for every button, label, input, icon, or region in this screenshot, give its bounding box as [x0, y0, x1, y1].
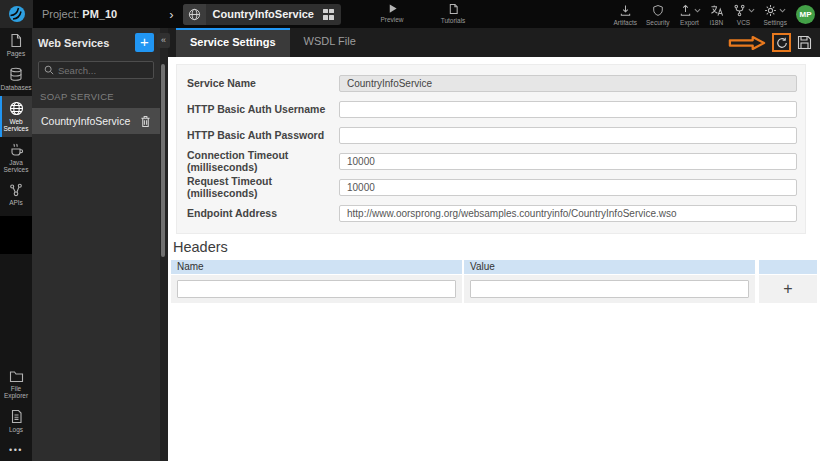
service-item-label: CountryInfoService [41, 115, 130, 127]
shield-icon [652, 4, 664, 17]
rail-item-web-services[interactable]: Web Services [0, 96, 32, 137]
chevron-down-icon [694, 8, 701, 13]
tab-bar: Service Settings WSDL File [168, 28, 820, 57]
form-row: HTTP Basic Auth Password [177, 122, 805, 148]
basic-auth-username-label: HTTP Basic Auth Username [177, 103, 339, 115]
service-name-label: Service Name [177, 77, 339, 89]
column-header-value: Value [464, 260, 755, 274]
endpoint-address-label: Endpoint Address [177, 207, 339, 219]
globe-icon [183, 4, 206, 25]
rail-bottom-group: File Explorer Logs ••• [0, 365, 32, 460]
coffee-cup-icon [9, 142, 24, 157]
active-service-name: CountryInfoService [213, 8, 314, 20]
play-icon [387, 3, 398, 14]
rail-item-apis[interactable]: APIs [0, 178, 32, 211]
vertical-scrollbar[interactable] [161, 64, 165, 257]
page-icon [9, 33, 23, 48]
gear-icon [764, 4, 777, 17]
branch-icon [733, 4, 746, 17]
form-row: Request Timeout (milliseconds) [177, 174, 805, 200]
basic-auth-password-label: HTTP Basic Auth Password [177, 129, 339, 141]
soap-service-section-title: SOAP SERVICE [40, 91, 152, 102]
add-header-row-button[interactable]: + [759, 275, 817, 303]
basic-auth-password-input[interactable] [339, 127, 797, 144]
basic-auth-username-input[interactable] [339, 101, 797, 118]
project-breadcrumb: Project:PM_10 [42, 8, 117, 20]
export-button[interactable]: Export [679, 3, 701, 26]
panel-header: Web Services + [32, 28, 160, 57]
chevron-down-icon [748, 8, 755, 13]
reload-icon [776, 37, 788, 49]
endpoint-address-input[interactable] [339, 205, 797, 222]
form-row: HTTP Basic Auth Username [177, 96, 805, 122]
topbar-actions: Artifacts Security Export i18N [614, 0, 815, 28]
vcs-button[interactable]: VCS [733, 3, 755, 26]
header-name-input[interactable] [177, 280, 456, 298]
database-icon [9, 67, 23, 82]
main-area: Service Settings WSDL File Service Name … [168, 28, 820, 461]
tab-service-settings[interactable]: Service Settings [176, 28, 290, 57]
project-label: Project: [42, 8, 79, 20]
rail-item-file-explorer[interactable]: File Explorer [0, 365, 32, 404]
api-nodes-icon [9, 183, 23, 197]
tab-wsdl-file[interactable]: WSDL File [290, 28, 370, 57]
service-name-input [339, 75, 797, 92]
headers-section-title: Headers [173, 239, 228, 255]
service-list-item[interactable]: CountryInfoService [32, 108, 160, 134]
rail-item-logs[interactable]: Logs [0, 404, 32, 438]
breadcrumb-chevron-icon: › [169, 7, 173, 22]
settings-button[interactable]: Settings [764, 3, 788, 26]
preview-button[interactable]: Preview [370, 3, 414, 23]
translate-icon [710, 4, 724, 17]
connection-timeout-input[interactable] [339, 153, 797, 170]
web-services-panel: Web Services + SOAP SERVICE CountryInfoS… [32, 28, 160, 461]
tutorials-button[interactable]: Tutorials [431, 3, 475, 24]
upload-icon [679, 4, 692, 17]
add-service-button[interactable]: + [135, 33, 154, 52]
search-icon [44, 65, 54, 75]
user-avatar[interactable]: MP [796, 5, 815, 24]
headers-table: Name Value + [171, 260, 817, 303]
rail-item-pages[interactable]: Pages [0, 28, 32, 62]
left-icon-rail: Pages Databases Web Services Java Servic… [0, 28, 32, 461]
form-row: Service Name [177, 70, 805, 96]
project-name: PM_10 [82, 8, 117, 20]
folder-icon [9, 370, 24, 383]
rail-item-databases[interactable]: Databases [0, 62, 32, 96]
artifacts-button[interactable]: Artifacts [614, 3, 637, 26]
active-service-chip[interactable]: CountryInfoService [183, 4, 341, 25]
globe-icon [9, 101, 24, 116]
log-document-icon [10, 409, 23, 424]
form-row: Endpoint Address [177, 200, 805, 226]
service-search-box[interactable] [38, 61, 154, 79]
preview-label: Preview [380, 16, 403, 23]
app-logo[interactable] [0, 0, 33, 28]
reload-service-button[interactable] [772, 33, 791, 52]
tabbar-actions [728, 33, 812, 52]
request-timeout-input[interactable] [339, 179, 797, 196]
collapse-panel-icon[interactable]: « [157, 33, 170, 48]
tutorials-label: Tutorials [441, 17, 466, 24]
column-header-actions [759, 260, 817, 274]
request-timeout-label: Request Timeout (milliseconds) [177, 175, 339, 199]
form-row: Connection Timeout (milliseconds) [177, 148, 805, 174]
panel-title: Web Services [38, 37, 135, 49]
wavemaker-logo-icon [8, 5, 26, 23]
i18n-button[interactable]: i18N [710, 3, 724, 26]
tutorials-book-icon [448, 3, 459, 15]
headers-table-head: Name Value [171, 260, 817, 274]
more-options-icon[interactable]: ••• [0, 438, 32, 460]
service-settings-content: Service Name HTTP Basic Auth Username HT… [168, 57, 820, 461]
download-icon [619, 4, 632, 17]
chevron-down-icon [779, 8, 786, 13]
trash-icon[interactable] [140, 115, 151, 128]
rail-item-java-services[interactable]: Java Services [0, 137, 32, 178]
service-search-input[interactable] [58, 65, 148, 76]
connection-timeout-label: Connection Timeout (milliseconds) [177, 149, 339, 173]
service-switcher-grid-icon[interactable] [323, 9, 334, 20]
headers-table-row: + [171, 275, 817, 303]
security-button[interactable]: Security [646, 3, 669, 26]
rail-spacer-block [0, 216, 32, 254]
save-icon[interactable] [797, 35, 812, 50]
header-value-input[interactable] [470, 280, 749, 298]
